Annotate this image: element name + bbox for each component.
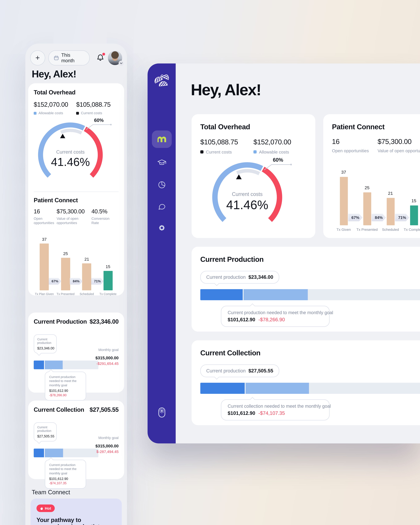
stat-label: Value of open opportunities <box>378 148 420 153</box>
patient-connect-title: Patient Connect <box>34 197 119 204</box>
stat-value: 16 <box>34 208 54 215</box>
m-logo-icon <box>156 135 168 143</box>
card-divider <box>34 192 119 192</box>
bar-value: 15 <box>411 198 416 203</box>
tooltip-value: $27,505.55 <box>248 368 273 374</box>
tooltip-label: Current production <box>37 338 53 345</box>
patient-connect-card: Patient Connect 16 Open opportunities $7… <box>323 114 420 238</box>
bar-label: Tx Presented <box>55 292 76 296</box>
page: + This month <box>0 0 420 525</box>
sidebar-item-settings[interactable] <box>157 223 166 233</box>
current-legend-label: Current costs <box>81 111 102 115</box>
hot-label: Hot <box>45 506 51 510</box>
gauge-center-value: 41.46% <box>226 198 268 212</box>
production-progress-bar <box>200 289 420 300</box>
desktop-app: Hey, Alex! Total Overhead $105,088.75 Cu… <box>148 63 420 443</box>
stat-value: $75,300.00 <box>378 138 420 146</box>
allowable-legend-label: Allowable costs <box>259 150 289 154</box>
plus-icon: + <box>35 54 40 62</box>
stat-label: Value of open opportunities <box>56 216 89 225</box>
tooltip-label: Current production <box>206 274 246 280</box>
avatar[interactable] <box>108 51 122 65</box>
funnel-bar <box>103 271 112 290</box>
tooltip-value: $23,346.00 <box>248 274 273 280</box>
notifications-button[interactable] <box>96 54 105 62</box>
funnel-bar <box>61 258 70 290</box>
phone-canvas: + This month <box>25 44 127 525</box>
bar-label: Tx Complete <box>402 228 420 232</box>
production-needed-tooltip: Current production needed to meet the mo… <box>221 306 330 327</box>
bar-value: 21 <box>84 256 89 261</box>
add-button[interactable]: + <box>30 50 45 66</box>
gauge-marker-icon <box>60 134 65 138</box>
stat-label: Open opportunities <box>332 148 378 153</box>
funnel-bar <box>340 177 348 225</box>
bar-label: Tx Plan Given <box>34 292 55 296</box>
bar-label: Tx Presented <box>355 228 379 232</box>
team-connect-title: Team Connect <box>32 489 70 495</box>
tooltip-delta: -$78,266.90 <box>258 317 285 322</box>
overhead-gauge: 60% Current costs 41.46% <box>208 156 299 234</box>
tooltip-value: $101,612.90 <box>228 411 255 416</box>
calendar-icon <box>54 55 59 61</box>
tooltip-label: Current production needed to meet the mo… <box>49 463 82 476</box>
tooltip-label: Current collection needed to meet the mo… <box>228 404 323 408</box>
current-legend-label: Current costs <box>206 150 232 154</box>
bar-label: Scheduled <box>379 228 402 232</box>
allowable-costs-value: $152,070.00 <box>34 101 76 108</box>
production-tooltip: Current production $23,346.00 <box>34 334 57 353</box>
team-connect-card[interactable]: Hot Your pathway to comprehensive dentis… <box>30 498 122 525</box>
stat-label: Conversion Rate <box>92 216 116 225</box>
greeting-title: Hey, Alex! <box>191 81 261 99</box>
bar-label: Scheduled <box>76 292 97 296</box>
phone-header: + This month <box>30 51 122 65</box>
collection-card: Current Collection $27,505.55 Current pr… <box>28 401 124 479</box>
current-costs-value: $105,088.75 <box>200 138 253 146</box>
monthly-goal-value: $315,000.00 <box>95 355 119 360</box>
period-selector-button[interactable]: This month <box>48 50 90 66</box>
mouse-scroll-icon[interactable] <box>158 407 166 418</box>
stat-value: 16 <box>332 138 378 146</box>
stat-label: Open opportunities <box>34 216 54 225</box>
funnel-bar <box>82 263 91 290</box>
monthly-goal-value: $315,000.00 <box>95 443 119 448</box>
production-card: Current Production Current production $2… <box>192 247 420 331</box>
treatment-funnel-chart: 37 25 21 15 67% 84% 71% Tx Given Tx Pres… <box>332 159 420 235</box>
collection-progress-bar <box>34 449 98 457</box>
sidebar-item-home-active[interactable] <box>152 131 172 148</box>
sidebar-item-messages[interactable] <box>157 202 166 211</box>
period-label: This month <box>61 52 85 64</box>
production-tooltip: Current production $23,346.00 <box>200 271 279 284</box>
tooltip-value: $27,505.55 <box>37 434 53 438</box>
allowable-costs-value: $152,070.00 <box>253 138 307 146</box>
production-title: Current Production <box>200 255 420 264</box>
tooltip-value: $101,612.90 <box>49 389 82 393</box>
bar-label: Tx Given <box>332 228 355 232</box>
production-title: Current Production <box>34 318 87 325</box>
monthly-goal-label: Monthly goal <box>95 348 119 352</box>
collection-tooltip: Current production $27,505.55 <box>34 422 57 441</box>
sidebar-item-education[interactable] <box>157 159 167 167</box>
bar-label: Tx Complete <box>97 292 119 296</box>
sidebar-item-reports[interactable] <box>157 180 166 189</box>
brand-logo-icon <box>152 75 171 90</box>
collection-amount: $27,505.55 <box>90 406 119 413</box>
tooltip-delta: -$78,266.90 <box>49 394 82 397</box>
flame-icon <box>40 506 43 510</box>
collection-tooltip: Current production $27,505.55 <box>200 365 279 377</box>
tooltip-label: Current production needed to meet the mo… <box>228 310 323 315</box>
allowable-legend-swatch <box>34 112 37 114</box>
allowable-legend-swatch <box>253 150 257 153</box>
patient-connect-title: Patient Connect <box>332 123 420 131</box>
funnel-bar <box>386 198 394 225</box>
collection-card: Current Collection Current production $2… <box>192 340 420 425</box>
funnel-bar <box>40 244 49 290</box>
gauge-threshold-label: 60% <box>273 157 283 163</box>
treatment-funnel-chart: 37 25 21 15 67% 84% 71% Tx Plan Given Tx… <box>34 231 119 297</box>
bar-value: 37 <box>42 237 47 241</box>
bar-value: 37 <box>341 170 346 175</box>
collection-needed-tooltip: Current production needed to meet the mo… <box>45 460 86 489</box>
overhead-card: Total Overhead $105,088.75 Current costs… <box>192 114 315 238</box>
overhead-title: Total Overhead <box>200 123 307 131</box>
tooltip-delta: -$74,107.35 <box>258 411 285 416</box>
